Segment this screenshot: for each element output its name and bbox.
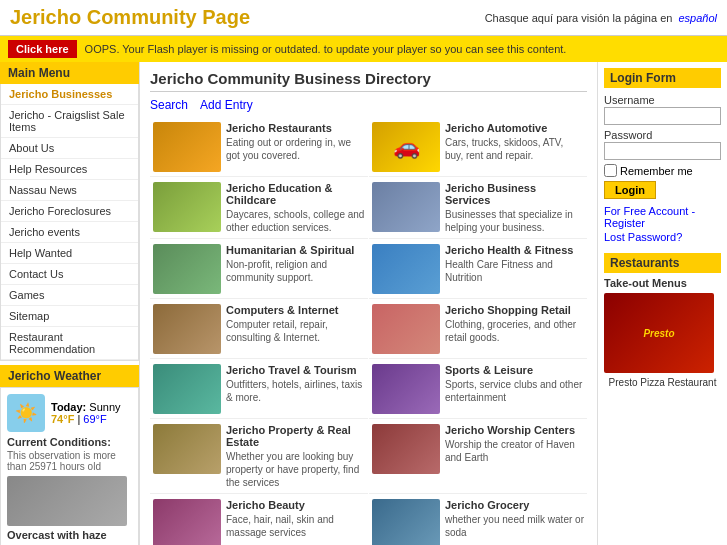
biz-desc: Worship the creator of Haven and Earth	[445, 438, 584, 464]
biz-desc: Outfitters, hotels, airlines, taxis & mo…	[226, 378, 365, 404]
biz-img-automotive: 🚗	[372, 122, 440, 172]
biz-item-sports: Sports & Leisure Sports, service clubs a…	[369, 360, 587, 419]
header: Jericho Community Page Chasque aquí para…	[0, 0, 727, 36]
username-label: Username	[604, 94, 721, 106]
lost-password-link[interactable]: Lost Password?	[604, 231, 721, 243]
biz-desc: Eating out or ordering in, we got you co…	[226, 136, 365, 162]
biz-name[interactable]: Jericho Travel & Tourism	[226, 364, 365, 376]
add-entry-link[interactable]: Add Entry	[200, 98, 253, 112]
biz-item-automotive: 🚗 Jericho Automotive Cars, trucks, skido…	[369, 118, 587, 177]
biz-desc: Daycares, schools, college and other edu…	[226, 208, 365, 234]
sidebar-item-events[interactable]: Jericho events	[1, 222, 138, 243]
biz-img-travel	[153, 364, 221, 414]
language-text: Chasque aquí para visión la página en	[485, 12, 673, 24]
sidebar-title: Main Menu	[0, 62, 139, 84]
biz-img-grocery	[372, 499, 440, 545]
biz-img-humanitarian	[153, 244, 221, 294]
remember-checkbox[interactable]	[604, 164, 617, 177]
biz-item-computers: Computers & Internet Computer retail, re…	[150, 300, 368, 359]
weather-thumb	[7, 476, 127, 526]
biz-desc: Computer retail, repair, consulting & In…	[226, 318, 365, 344]
sidebar-item-jericho-businesses[interactable]: Jericho Businesses	[1, 84, 138, 105]
weather-box: ☀️ Today: Sunny 74°F | 69°F Current Cond…	[0, 387, 139, 545]
biz-img-restaurants	[153, 122, 221, 172]
sidebar-item-foreclosures[interactable]: Jericho Foreclosures	[1, 201, 138, 222]
weather-conditions-label: Current Conditions:	[7, 436, 132, 448]
biz-name[interactable]: Jericho Automotive	[445, 122, 584, 134]
password-row: Password	[604, 129, 721, 160]
restaurant-thumb: Presto	[604, 293, 714, 373]
weather-today: ☀️ Today: Sunny 74°F | 69°F	[7, 394, 132, 432]
biz-name[interactable]: Jericho Grocery	[445, 499, 584, 511]
left-sidebar: Main Menu Jericho Businesses Jericho - C…	[0, 62, 140, 545]
biz-name[interactable]: Jericho Beauty	[226, 499, 365, 511]
sidebar-item-games[interactable]: Games	[1, 285, 138, 306]
biz-item-education: Jericho Education & Childcare Daycares, …	[150, 178, 368, 239]
biz-img-shopping	[372, 304, 440, 354]
biz-desc: whether you need milk water or soda	[445, 513, 584, 539]
login-links: For Free Account - Register Lost Passwor…	[604, 205, 721, 243]
sidebar-item-sitemap[interactable]: Sitemap	[1, 306, 138, 327]
biz-name[interactable]: Jericho Worship Centers	[445, 424, 584, 436]
biz-item-health: Jericho Health & Fitness Health Care Fit…	[369, 240, 587, 299]
sidebar-item-restaurant-rec[interactable]: Restaurant Recommendation	[1, 327, 138, 360]
remember-row: Remember me	[604, 164, 721, 177]
biz-name[interactable]: Jericho Shopping Retail	[445, 304, 584, 316]
biz-name[interactable]: Jericho Restaurants	[226, 122, 365, 134]
biz-name[interactable]: Jericho Health & Fitness	[445, 244, 584, 256]
biz-item-shopping: Jericho Shopping Retail Clothing, grocer…	[369, 300, 587, 359]
register-link[interactable]: For Free Account - Register	[604, 205, 721, 229]
biz-item-worship: Jericho Worship Centers Worship the crea…	[369, 420, 587, 494]
biz-item-humanitarian: Humanitarian & Spiritual Non-profit, rel…	[150, 240, 368, 299]
flash-message: OOPS. Your Flash player is missing or ou…	[85, 43, 567, 55]
biz-item-restaurants: Jericho Restaurants Eating out or orderi…	[150, 118, 368, 177]
biz-desc: Sports, service clubs and other entertai…	[445, 378, 584, 404]
password-label: Password	[604, 129, 721, 141]
right-sidebar: Login Form Username Password Remember me…	[597, 62, 727, 545]
biz-name[interactable]: Computers & Internet	[226, 304, 365, 316]
sidebar-item-about[interactable]: About Us	[1, 138, 138, 159]
sidebar-item-contact[interactable]: Contact Us	[1, 264, 138, 285]
business-grid: Jericho Restaurants Eating out or orderi…	[150, 118, 587, 545]
biz-name[interactable]: Jericho Education & Childcare	[226, 182, 365, 206]
sidebar-item-help-wanted[interactable]: Help Wanted	[1, 243, 138, 264]
biz-desc: Clothing, groceries, and other retail go…	[445, 318, 584, 344]
remember-label: Remember me	[620, 165, 693, 177]
biz-name[interactable]: Humanitarian & Spiritual	[226, 244, 365, 256]
search-bar: Search Add Entry	[150, 98, 587, 112]
language-link[interactable]: español	[678, 12, 717, 24]
restaurant-thumb-text: Presto	[643, 328, 674, 339]
sidebar-item-craigslist[interactable]: Jericho - Craigslist Sale Items	[1, 105, 138, 138]
login-form-section: Login Form Username Password Remember me…	[604, 68, 721, 243]
sidebar-item-news[interactable]: Nassau News	[1, 180, 138, 201]
biz-desc: Cars, trucks, skidoos, ATV, buy, rent an…	[445, 136, 584, 162]
biz-item-beauty: Jericho Beauty Face, hair, nail, skin an…	[150, 495, 368, 545]
password-input[interactable]	[604, 142, 721, 160]
restaurants-title: Restaurants	[604, 253, 721, 273]
weather-overcast-label: Overcast with haze	[7, 529, 132, 541]
biz-img-beauty	[153, 499, 221, 545]
main-content: Jericho Community Business Directory Sea…	[140, 62, 597, 545]
biz-name[interactable]: Sports & Leisure	[445, 364, 584, 376]
restaurant-name: Presto Pizza Restaurant	[604, 377, 721, 388]
search-link[interactable]: Search	[150, 98, 188, 112]
weather-title: Jericho Weather	[0, 365, 139, 387]
sidebar-item-help[interactable]: Help Resources	[1, 159, 138, 180]
biz-item-grocery: Jericho Grocery whether you need milk wa…	[369, 495, 587, 545]
biz-item-business-services: Jericho Business Services Businesses tha…	[369, 178, 587, 239]
high-temp-link[interactable]: 74°F	[51, 413, 74, 425]
biz-img-education	[153, 182, 221, 232]
weather-section: Jericho Weather ☀️ Today: Sunny 74°F | 6…	[0, 365, 139, 545]
header-language: Chasque aquí para visión la página en es…	[485, 12, 717, 24]
weather-temps: 74°F | 69°F	[51, 413, 121, 425]
login-button[interactable]: Login	[604, 181, 656, 199]
site-title: Jericho Community Page	[10, 6, 250, 29]
weather-observation: This observation is more than 25971 hour…	[7, 450, 132, 472]
take-out-label: Take-out Menus	[604, 277, 721, 289]
flash-button[interactable]: Click here	[8, 40, 77, 58]
biz-name[interactable]: Jericho Property & Real Estate	[226, 424, 365, 448]
biz-desc: Health Care Fitness and Nutrition	[445, 258, 584, 284]
low-temp-link[interactable]: 69°F	[83, 413, 106, 425]
biz-name[interactable]: Jericho Business Services	[445, 182, 584, 206]
username-input[interactable]	[604, 107, 721, 125]
